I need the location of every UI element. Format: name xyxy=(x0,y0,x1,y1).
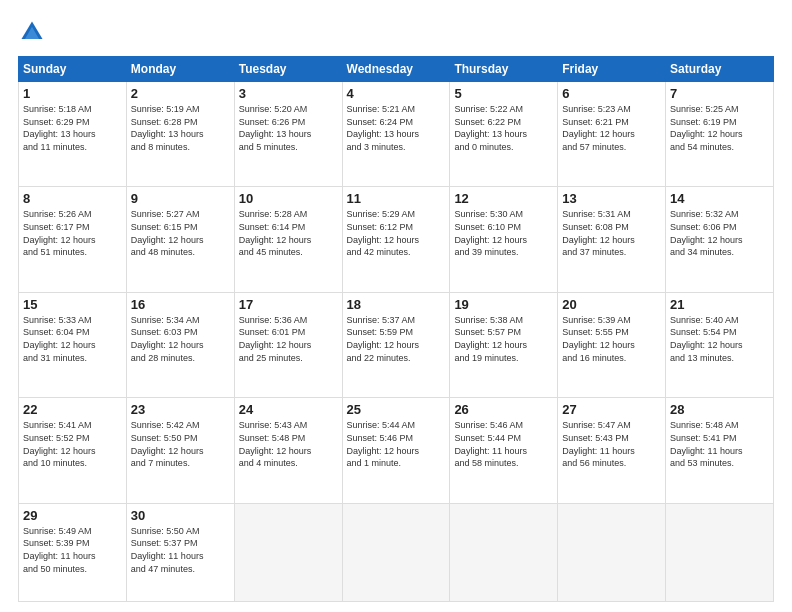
day-number: 19 xyxy=(454,297,553,312)
day-info: Sunrise: 5:23 AM Sunset: 6:21 PM Dayligh… xyxy=(562,103,661,153)
calendar-cell: 13Sunrise: 5:31 AM Sunset: 6:08 PM Dayli… xyxy=(558,187,666,292)
day-number: 7 xyxy=(670,86,769,101)
calendar-week-row: 22Sunrise: 5:41 AM Sunset: 5:52 PM Dayli… xyxy=(19,398,774,503)
calendar-header: SundayMondayTuesdayWednesdayThursdayFrid… xyxy=(19,57,774,82)
calendar-cell: 19Sunrise: 5:38 AM Sunset: 5:57 PM Dayli… xyxy=(450,292,558,397)
day-info: Sunrise: 5:42 AM Sunset: 5:50 PM Dayligh… xyxy=(131,419,230,469)
day-info: Sunrise: 5:20 AM Sunset: 6:26 PM Dayligh… xyxy=(239,103,338,153)
calendar-cell: 28Sunrise: 5:48 AM Sunset: 5:41 PM Dayli… xyxy=(666,398,774,503)
day-info: Sunrise: 5:44 AM Sunset: 5:46 PM Dayligh… xyxy=(347,419,446,469)
calendar-cell: 4Sunrise: 5:21 AM Sunset: 6:24 PM Daylig… xyxy=(342,82,450,187)
day-info: Sunrise: 5:25 AM Sunset: 6:19 PM Dayligh… xyxy=(670,103,769,153)
calendar-week-row: 15Sunrise: 5:33 AM Sunset: 6:04 PM Dayli… xyxy=(19,292,774,397)
calendar-cell: 8Sunrise: 5:26 AM Sunset: 6:17 PM Daylig… xyxy=(19,187,127,292)
day-info: Sunrise: 5:29 AM Sunset: 6:12 PM Dayligh… xyxy=(347,208,446,258)
page: SundayMondayTuesdayWednesdayThursdayFrid… xyxy=(0,0,792,612)
day-info: Sunrise: 5:28 AM Sunset: 6:14 PM Dayligh… xyxy=(239,208,338,258)
logo xyxy=(18,18,50,46)
calendar-cell: 26Sunrise: 5:46 AM Sunset: 5:44 PM Dayli… xyxy=(450,398,558,503)
calendar-cell: 14Sunrise: 5:32 AM Sunset: 6:06 PM Dayli… xyxy=(666,187,774,292)
calendar-cell: 6Sunrise: 5:23 AM Sunset: 6:21 PM Daylig… xyxy=(558,82,666,187)
day-number: 9 xyxy=(131,191,230,206)
calendar-cell: 17Sunrise: 5:36 AM Sunset: 6:01 PM Dayli… xyxy=(234,292,342,397)
day-info: Sunrise: 5:46 AM Sunset: 5:44 PM Dayligh… xyxy=(454,419,553,469)
day-number: 10 xyxy=(239,191,338,206)
header xyxy=(18,18,774,46)
weekday-header: Friday xyxy=(558,57,666,82)
day-number: 16 xyxy=(131,297,230,312)
day-info: Sunrise: 5:38 AM Sunset: 5:57 PM Dayligh… xyxy=(454,314,553,364)
day-number: 28 xyxy=(670,402,769,417)
day-number: 26 xyxy=(454,402,553,417)
calendar-cell: 21Sunrise: 5:40 AM Sunset: 5:54 PM Dayli… xyxy=(666,292,774,397)
weekday-header: Thursday xyxy=(450,57,558,82)
calendar-cell: 3Sunrise: 5:20 AM Sunset: 6:26 PM Daylig… xyxy=(234,82,342,187)
day-info: Sunrise: 5:32 AM Sunset: 6:06 PM Dayligh… xyxy=(670,208,769,258)
day-number: 27 xyxy=(562,402,661,417)
calendar-cell: 10Sunrise: 5:28 AM Sunset: 6:14 PM Dayli… xyxy=(234,187,342,292)
calendar-cell: 11Sunrise: 5:29 AM Sunset: 6:12 PM Dayli… xyxy=(342,187,450,292)
day-info: Sunrise: 5:36 AM Sunset: 6:01 PM Dayligh… xyxy=(239,314,338,364)
calendar-week-row: 8Sunrise: 5:26 AM Sunset: 6:17 PM Daylig… xyxy=(19,187,774,292)
day-info: Sunrise: 5:22 AM Sunset: 6:22 PM Dayligh… xyxy=(454,103,553,153)
day-info: Sunrise: 5:43 AM Sunset: 5:48 PM Dayligh… xyxy=(239,419,338,469)
day-info: Sunrise: 5:40 AM Sunset: 5:54 PM Dayligh… xyxy=(670,314,769,364)
calendar-week-row: 1Sunrise: 5:18 AM Sunset: 6:29 PM Daylig… xyxy=(19,82,774,187)
day-number: 24 xyxy=(239,402,338,417)
calendar-cell: 27Sunrise: 5:47 AM Sunset: 5:43 PM Dayli… xyxy=(558,398,666,503)
day-info: Sunrise: 5:18 AM Sunset: 6:29 PM Dayligh… xyxy=(23,103,122,153)
calendar-cell: 1Sunrise: 5:18 AM Sunset: 6:29 PM Daylig… xyxy=(19,82,127,187)
day-info: Sunrise: 5:39 AM Sunset: 5:55 PM Dayligh… xyxy=(562,314,661,364)
day-number: 12 xyxy=(454,191,553,206)
weekday-header: Saturday xyxy=(666,57,774,82)
calendar-cell: 29Sunrise: 5:49 AM Sunset: 5:39 PM Dayli… xyxy=(19,503,127,601)
logo-icon xyxy=(18,18,46,46)
day-info: Sunrise: 5:19 AM Sunset: 6:28 PM Dayligh… xyxy=(131,103,230,153)
day-number: 15 xyxy=(23,297,122,312)
calendar-cell: 15Sunrise: 5:33 AM Sunset: 6:04 PM Dayli… xyxy=(19,292,127,397)
weekday-header: Wednesday xyxy=(342,57,450,82)
day-number: 17 xyxy=(239,297,338,312)
calendar-cell xyxy=(666,503,774,601)
day-number: 20 xyxy=(562,297,661,312)
calendar-cell xyxy=(234,503,342,601)
day-number: 1 xyxy=(23,86,122,101)
day-info: Sunrise: 5:49 AM Sunset: 5:39 PM Dayligh… xyxy=(23,525,122,575)
calendar-week-row: 29Sunrise: 5:49 AM Sunset: 5:39 PM Dayli… xyxy=(19,503,774,601)
calendar-cell: 2Sunrise: 5:19 AM Sunset: 6:28 PM Daylig… xyxy=(126,82,234,187)
calendar-cell: 22Sunrise: 5:41 AM Sunset: 5:52 PM Dayli… xyxy=(19,398,127,503)
day-number: 3 xyxy=(239,86,338,101)
day-number: 2 xyxy=(131,86,230,101)
calendar-cell xyxy=(450,503,558,601)
calendar-cell: 30Sunrise: 5:50 AM Sunset: 5:37 PM Dayli… xyxy=(126,503,234,601)
calendar-cell: 23Sunrise: 5:42 AM Sunset: 5:50 PM Dayli… xyxy=(126,398,234,503)
weekday-header: Tuesday xyxy=(234,57,342,82)
day-info: Sunrise: 5:31 AM Sunset: 6:08 PM Dayligh… xyxy=(562,208,661,258)
day-info: Sunrise: 5:26 AM Sunset: 6:17 PM Dayligh… xyxy=(23,208,122,258)
day-number: 18 xyxy=(347,297,446,312)
day-info: Sunrise: 5:34 AM Sunset: 6:03 PM Dayligh… xyxy=(131,314,230,364)
day-info: Sunrise: 5:33 AM Sunset: 6:04 PM Dayligh… xyxy=(23,314,122,364)
day-number: 21 xyxy=(670,297,769,312)
day-number: 5 xyxy=(454,86,553,101)
calendar-cell: 24Sunrise: 5:43 AM Sunset: 5:48 PM Dayli… xyxy=(234,398,342,503)
day-number: 25 xyxy=(347,402,446,417)
day-number: 22 xyxy=(23,402,122,417)
weekday-row: SundayMondayTuesdayWednesdayThursdayFrid… xyxy=(19,57,774,82)
day-info: Sunrise: 5:50 AM Sunset: 5:37 PM Dayligh… xyxy=(131,525,230,575)
day-number: 11 xyxy=(347,191,446,206)
day-number: 4 xyxy=(347,86,446,101)
weekday-header: Sunday xyxy=(19,57,127,82)
calendar-cell xyxy=(342,503,450,601)
day-info: Sunrise: 5:21 AM Sunset: 6:24 PM Dayligh… xyxy=(347,103,446,153)
day-number: 23 xyxy=(131,402,230,417)
calendar-cell xyxy=(558,503,666,601)
calendar-cell: 16Sunrise: 5:34 AM Sunset: 6:03 PM Dayli… xyxy=(126,292,234,397)
day-number: 6 xyxy=(562,86,661,101)
day-number: 13 xyxy=(562,191,661,206)
calendar-body: 1Sunrise: 5:18 AM Sunset: 6:29 PM Daylig… xyxy=(19,82,774,602)
day-info: Sunrise: 5:27 AM Sunset: 6:15 PM Dayligh… xyxy=(131,208,230,258)
calendar-cell: 25Sunrise: 5:44 AM Sunset: 5:46 PM Dayli… xyxy=(342,398,450,503)
day-info: Sunrise: 5:30 AM Sunset: 6:10 PM Dayligh… xyxy=(454,208,553,258)
day-info: Sunrise: 5:48 AM Sunset: 5:41 PM Dayligh… xyxy=(670,419,769,469)
